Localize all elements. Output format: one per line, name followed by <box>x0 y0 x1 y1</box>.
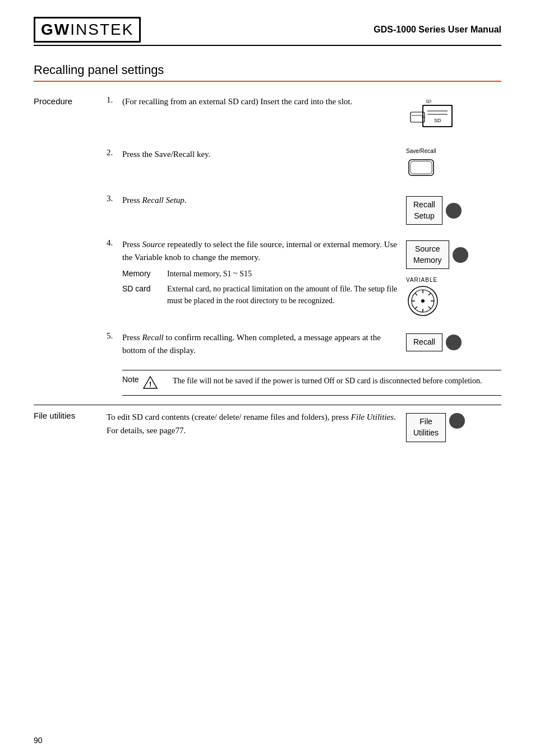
step-4-number: 4. <box>107 238 122 248</box>
step-1-text: (For recalling from an external SD card)… <box>122 97 352 106</box>
page: GWINSTEK GDS-1000 Series User Manual Rec… <box>0 0 535 756</box>
note-label: Note ! <box>122 375 173 391</box>
svg-line-15 <box>428 307 431 309</box>
source-memory-line1: Source <box>413 244 442 255</box>
warning-icon: ! <box>142 375 158 391</box>
note-row: Note ! The file will not be saved if the… <box>122 370 501 396</box>
svg-rect-9 <box>411 161 432 174</box>
sdcard-row: SD card External card, no practical limi… <box>122 283 400 307</box>
variable-knob-area: VARIABLE <box>406 277 440 318</box>
step-3-content: Press Recall Setup. <box>122 194 400 207</box>
svg-rect-8 <box>409 160 433 175</box>
page-header: GWINSTEK GDS-1000 Series User Manual <box>34 17 501 43</box>
svg-line-17 <box>415 307 417 309</box>
step-5-content: Press Recall to confirm recalling. When … <box>122 331 400 356</box>
file-util-text-italic: File Utilities <box>351 412 394 421</box>
note-body-text: The file will not be saved if the power … <box>173 377 482 385</box>
step-4-subtable: Memory Internal memory, S1 ~ S15 SD card… <box>122 268 400 307</box>
step-5-text-italic: Recall <box>142 333 163 342</box>
svg-line-13 <box>428 293 431 295</box>
step-1-number: 1. <box>107 95 122 105</box>
file-utilities-circle <box>449 413 465 429</box>
step-4-text-pre: Press <box>122 240 142 249</box>
step-1-right: SD SD <box>400 95 501 134</box>
gwinstek-logo: GWINSTEK <box>34 17 141 43</box>
recall-setup-widget: Recall Setup <box>406 196 462 225</box>
save-recall-key-svg <box>406 155 437 180</box>
file-utilities-row: File utilities To edit SD card contents … <box>34 405 501 442</box>
file-utilities-label: File utilities <box>34 411 107 442</box>
save-recall-widget: Save/Recall <box>406 148 437 180</box>
svg-line-19 <box>415 293 417 295</box>
steps-list: 1. (For recalling from an external SD ca… <box>107 95 501 356</box>
recall-circle <box>446 335 462 350</box>
svg-rect-0 <box>423 105 452 127</box>
step-4-right: Source Memory VARIABLE <box>400 238 501 318</box>
sd-card-illustration: SD SD <box>406 95 468 134</box>
variable-label: VARIABLE <box>406 277 440 283</box>
recall-line1: Recall <box>413 337 435 348</box>
step-2-number: 2. <box>107 148 122 157</box>
page-number: 90 <box>34 736 43 745</box>
sdcard-label: SD card <box>122 283 167 295</box>
step-2-text: Press the Save/Recall key. <box>122 150 210 159</box>
procedure-label: Procedure <box>34 95 107 405</box>
step-2-right: Save/Recall <box>400 148 501 180</box>
sdcard-value: External card, no practical limitation o… <box>167 283 400 307</box>
file-utilities-right: File Utilities <box>400 411 501 442</box>
svg-text:SD: SD <box>434 118 441 123</box>
recall-button: Recall <box>406 333 442 351</box>
step-5-number: 5. <box>107 331 122 341</box>
step-3: 3. Press Recall Setup. Recall Setup <box>107 194 501 225</box>
step-3-text-pre: Press <box>122 196 142 205</box>
recall-setup-button: Recall Setup <box>406 196 442 225</box>
step-2-content: Press the Save/Recall key. <box>122 148 400 161</box>
step-3-text-italic: Recall Setup <box>142 196 184 205</box>
step-3-number: 3. <box>107 194 122 203</box>
file-utilities-button: File Utilities <box>406 413 446 442</box>
step-3-text-post: . <box>185 196 187 205</box>
file-utilities-line1: File <box>413 416 439 428</box>
source-memory-line2: Memory <box>413 255 442 266</box>
step-5-right: Recall <box>400 331 501 351</box>
section-title: Recalling panel settings <box>34 63 501 77</box>
note-body: The file will not be saved if the power … <box>173 375 501 387</box>
memory-row: Memory Internal memory, S1 ~ S15 <box>122 268 400 280</box>
steps-col: 1. (For recalling from an external SD ca… <box>107 95 501 405</box>
step-4: 4. Press Source repeatedly to select the… <box>107 238 501 318</box>
content-row: Procedure 1. (For recalling from an exte… <box>34 95 501 405</box>
header-divider <box>34 45 501 46</box>
manual-title: GDS-1000 Series User Manual <box>373 25 501 35</box>
logo-instek: INSTEK <box>70 21 133 38</box>
step-3-right: Recall Setup <box>400 194 501 225</box>
note-text-label: Note <box>122 375 139 384</box>
source-memory-circle <box>453 247 468 263</box>
step-4-text-italic: Source <box>142 240 165 249</box>
step-5-text-pre: Press <box>122 333 142 342</box>
section-title-divider <box>34 81 501 82</box>
memory-label: Memory <box>122 268 167 280</box>
source-memory-button: Source Memory <box>406 240 449 269</box>
variable-knob-svg <box>406 284 440 318</box>
recall-setup-line1: Recall <box>413 200 435 211</box>
file-utilities-content: To edit SD card contents (create/ delete… <box>107 411 400 442</box>
file-util-text-pre: To edit SD card contents (create/ delete… <box>107 412 351 421</box>
svg-point-20 <box>421 299 425 303</box>
file-utilities-line2: Utilities <box>413 428 439 439</box>
memory-value: Internal memory, S1 ~ S15 <box>167 268 400 280</box>
step-2: 2. Press the Save/Recall key. Save/Recal… <box>107 148 501 180</box>
step-1-content: (For recalling from an external SD card)… <box>122 95 400 108</box>
step-5: 5. Press Recall to confirm recalling. Wh… <box>107 331 501 356</box>
step-4-content: Press Source repeatedly to select the fi… <box>122 238 400 310</box>
recall-setup-line2: Setup <box>413 211 435 222</box>
recall-setup-circle <box>446 203 462 219</box>
logo-gw: GW <box>41 21 70 38</box>
step-1: 1. (For recalling from an external SD ca… <box>107 95 501 134</box>
svg-text:SD: SD <box>426 99 431 104</box>
svg-text:!: ! <box>149 380 151 388</box>
recall-widget: Recall <box>406 333 462 351</box>
save-recall-label: Save/Recall <box>406 148 436 154</box>
source-memory-widget: Source Memory <box>406 240 468 269</box>
